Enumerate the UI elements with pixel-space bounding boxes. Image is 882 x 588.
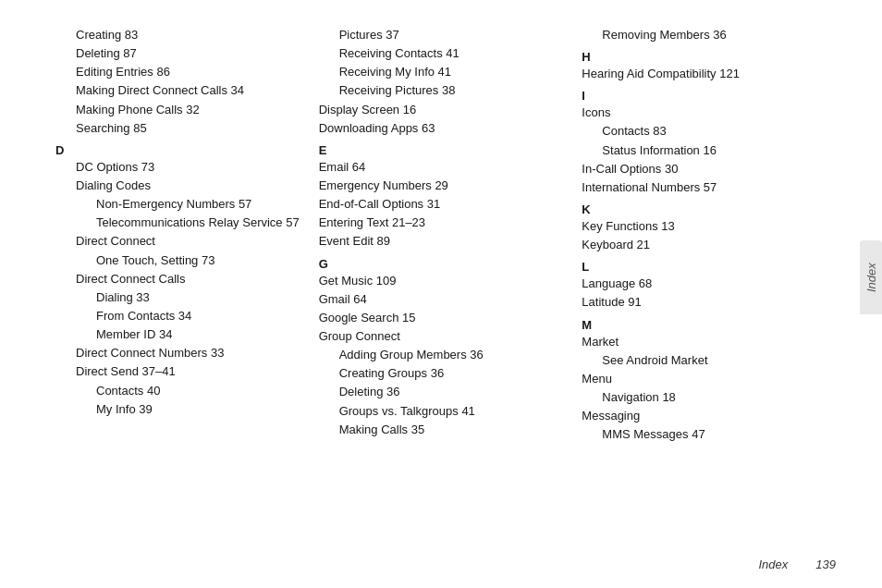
index-entry: Making Phone Calls 32: [55, 101, 300, 119]
index-entry: Gmail 64: [319, 290, 564, 309]
index-entry: Direct Connect: [55, 232, 300, 251]
index-entry: Google Search 15: [319, 309, 564, 327]
index-entry: Creating Groups 36: [319, 364, 564, 383]
index-entry: Receiving Contacts 41: [319, 44, 564, 63]
page: Creating 83Deleting 87Editing Entries 86…: [0, 0, 882, 588]
index-entry: Editing Entries 86: [55, 63, 300, 81]
side-index-label: Index: [860, 240, 882, 314]
index-entry: Contacts 83: [582, 122, 827, 141]
index-entry: Telecommunications Relay Service 57: [55, 214, 300, 232]
footer-page-number: 139: [815, 557, 836, 571]
index-entry: Creating 83: [55, 26, 300, 44]
index-entry: Making Direct Connect Calls 34: [55, 81, 300, 100]
index-entry: Messaging: [582, 407, 827, 425]
index-entry: Direct Connect Calls: [55, 270, 300, 288]
content-area: Creating 83Deleting 87Editing Entries 86…: [55, 26, 845, 525]
section-letter-l: L: [582, 260, 827, 274]
index-entry: One Touch, Setting 73: [55, 251, 300, 270]
index-entry: Status Information 16: [582, 141, 827, 160]
index-entry: From Contacts 34: [55, 307, 300, 325]
index-entry: Downloading Apps 63: [319, 119, 564, 138]
section-letter-h: H: [582, 50, 827, 64]
index-entry: Receiving Pictures 38: [319, 81, 564, 100]
column-3: Removing Members 36HHearing Aid Compatib…: [582, 26, 845, 525]
index-entry: Non-Emergency Numbers 57: [55, 195, 300, 214]
index-entry: Making Calls 35: [319, 421, 564, 439]
index-entry: Member ID 34: [55, 325, 300, 344]
index-entry: Direct Send 37–41: [55, 362, 300, 381]
index-entry: In-Call Options 30: [582, 160, 827, 178]
index-entry: Navigation 18: [582, 388, 827, 407]
index-entry: Icons: [582, 104, 827, 122]
index-entry: Receiving My Info 41: [319, 63, 564, 81]
footer-index-label: Index: [758, 557, 788, 571]
column-1: Creating 83Deleting 87Editing Entries 86…: [55, 26, 319, 525]
index-entry: Groups vs. Talkgroups 41: [319, 402, 564, 421]
index-entry: Email 64: [319, 158, 564, 177]
index-entry: Get Music 109: [319, 272, 564, 290]
index-entry: Adding Group Members 36: [319, 346, 564, 364]
index-entry: Deleting 36: [319, 383, 564, 401]
index-entry: MMS Messages 47: [582, 425, 827, 444]
index-entry: Pictures 37: [319, 26, 564, 44]
section-letter-m: M: [582, 318, 827, 332]
section-letter-i: I: [582, 89, 827, 103]
index-entry: Emergency Numbers 29: [319, 177, 564, 195]
index-entry: Keyboard 21: [582, 236, 827, 254]
column-2: Pictures 37Receiving Contacts 41Receivin…: [319, 26, 582, 525]
index-entry: Direct Connect Numbers 33: [55, 344, 300, 362]
section-letter-k: K: [582, 202, 827, 216]
index-entry: Contacts 40: [55, 382, 300, 400]
index-entry: Dialing Codes: [55, 177, 300, 195]
index-entry: Entering Text 21–23: [319, 214, 564, 232]
index-entry: Deleting 87: [55, 44, 300, 63]
index-entry: Event Edit 89: [319, 232, 564, 251]
index-entry: My Info 39: [55, 400, 300, 419]
index-entry: Hearing Aid Compatibility 121: [582, 65, 827, 83]
index-entry: Latitude 91: [582, 293, 827, 312]
section-letter-d: D: [55, 143, 300, 157]
index-entry: DC Options 73: [55, 158, 300, 177]
section-letter-e: E: [319, 143, 564, 157]
index-entry: Dialing 33: [55, 288, 300, 307]
index-entry: Key Functions 13: [582, 217, 827, 236]
index-entry: International Numbers 57: [582, 178, 827, 197]
index-entry: Display Screen 16: [319, 101, 564, 119]
index-entry: See Android Market: [582, 351, 827, 370]
index-entry: Removing Members 36: [582, 26, 827, 44]
index-entry: Market: [582, 333, 827, 351]
section-letter-g: G: [319, 257, 564, 271]
index-entry: Group Connect: [319, 327, 564, 346]
index-entry: Menu: [582, 370, 827, 388]
index-entry: Searching 85: [55, 119, 300, 138]
index-entry: Language 68: [582, 275, 827, 293]
footer: Index 139: [758, 557, 836, 571]
index-entry: End-of-Call Options 31: [319, 195, 564, 214]
